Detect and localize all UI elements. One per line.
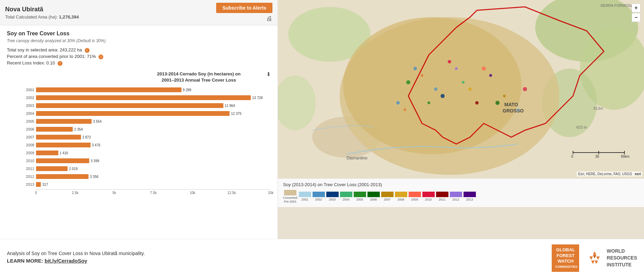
subscribe-button[interactable]: Subscribe to Alerts — [216, 3, 272, 13]
legend-color-swatch — [422, 192, 435, 197]
description-text: Analysis of Soy on Tree Cover Loss in No… — [7, 251, 145, 256]
percent-info-icon[interactable]: i — [98, 55, 103, 59]
bar-year-label: 2007 — [22, 135, 34, 139]
page-title: Nova Ubiratã — [5, 6, 79, 13]
svg-point-17 — [468, 87, 472, 91]
zoom-out-button[interactable]: − — [632, 13, 641, 22]
area-subtitle: Total Calculated Area (ha): 1,276,394 — [5, 14, 79, 20]
legend-item-label: 2013 — [466, 198, 473, 202]
bar-row: 2013 317 — [22, 181, 271, 188]
download-icon[interactable]: ⬇ — [266, 71, 271, 77]
chart-header: 2013-2014 Cerrado Soy (in hectares) on 2… — [7, 71, 271, 83]
bar-value: 317 — [42, 183, 48, 186]
svg-marker-42 — [589, 256, 593, 260]
legend-item: 2013 — [464, 192, 476, 202]
svg-text:GROSSO: GROSSO — [503, 108, 524, 113]
stats-section: Total soy in selected area: 243,222 ha i… — [7, 47, 271, 66]
map-background: MATO GROSSO Diamantino SERRA FORMOSA 623… — [278, 0, 644, 178]
legend-item: 2003 — [326, 192, 339, 202]
legend-item-label: 2003 — [329, 198, 336, 202]
svg-point-22 — [503, 95, 506, 97]
header-right: Subscribe to Alerts 🖨 — [216, 3, 272, 22]
bottom-text: Analysis of Soy on Tree Cover Loss in No… — [7, 251, 145, 265]
zoom-in-button[interactable]: + — [632, 3, 641, 12]
legend-item: 2005 — [354, 192, 366, 202]
legend-item-label: 2008 — [398, 198, 405, 202]
legend-color-swatch — [436, 192, 448, 197]
svg-point-9 — [413, 67, 417, 70]
total-soy-stat: Total soy in selected area: 243,222 ha i — [7, 47, 271, 53]
svg-point-27 — [403, 108, 406, 111]
svg-text:Diamantino: Diamantino — [347, 156, 367, 160]
bar-value: 9 289 — [183, 88, 191, 92]
chart-title: 2013-2014 Cerrado Soy (in hectares) on 2… — [135, 71, 263, 83]
legend-color-swatch — [464, 192, 476, 197]
left-panel: Nova Ubiratã Total Calculated Area (ha):… — [0, 0, 278, 239]
bar-value: 3 554 — [93, 120, 102, 123]
legend-item: 2007 — [381, 192, 394, 202]
bar-row: 2010 3 399 — [22, 158, 271, 164]
top-section: Nova Ubiratã Total Calculated Area (ha):… — [0, 0, 644, 239]
legend-item: 2004 — [340, 192, 352, 202]
bar-chart: 2001 9 289 2002 13 728 2003 11 964 — [7, 87, 271, 206]
main-container: Nova Ubiratã Total Calculated Area (ha):… — [0, 0, 644, 277]
bar-year-label: 2005 — [22, 119, 34, 123]
legend-item: ConvertedPre-2001 — [283, 190, 297, 204]
area-label: Total Calculated Area (ha): — [5, 14, 58, 20]
x-axis-label: 12.5k — [227, 191, 236, 195]
bar-year-label: 2010 — [22, 159, 34, 163]
legend-color-swatch — [381, 192, 394, 197]
svg-marker-41 — [593, 251, 596, 255]
bar-row: 2012 3 356 — [22, 173, 271, 180]
chart-subtitle: Tree canopy density analyzed at 30% (Def… — [7, 38, 271, 43]
svg-text:613m: 613m — [594, 106, 603, 110]
svg-marker-45 — [595, 261, 598, 264]
map-controls: + − — [632, 3, 641, 22]
svg-point-12 — [448, 60, 451, 63]
wri-logo: WORLD RESOURCES INSTITUTE — [586, 248, 637, 268]
bar-row: 2003 11 964 — [22, 103, 271, 109]
legend-color-swatch — [450, 192, 462, 197]
bar-year-label: 2012 — [22, 174, 34, 179]
bar-year-label: 2001 — [22, 88, 34, 92]
svg-point-10 — [421, 74, 423, 77]
bar-year-label: 2011 — [22, 167, 34, 171]
svg-point-18 — [482, 67, 486, 71]
recent-loss-info-icon[interactable]: i — [58, 61, 62, 66]
legend-item-label: 2007 — [384, 198, 391, 202]
legend-item: 2011 — [436, 192, 448, 202]
legend-item-label: 2009 — [411, 198, 418, 202]
svg-text:30: 30 — [595, 155, 599, 158]
legend-item-label: ConvertedPre-2001 — [283, 196, 297, 204]
learn-more-link[interactable]: bit.ly/CerradoSoy — [45, 258, 87, 264]
map-container: MATO GROSSO Diamantino SERRA FORMOSA 623… — [278, 0, 644, 178]
svg-text:623 m: 623 m — [576, 125, 587, 129]
bar-row: 2009 1 416 — [22, 150, 271, 156]
chart-main-title: Soy on Tree Cover Loss — [7, 31, 271, 37]
svg-marker-46 — [593, 255, 596, 258]
legend-item: 2001 — [299, 192, 311, 202]
wri-icon — [586, 250, 603, 267]
total-soy-info-icon[interactable]: i — [85, 48, 90, 53]
bar-value: 2 872 — [82, 135, 91, 139]
bar-value: 13 728 — [252, 96, 263, 100]
legend-item-label: 2010 — [425, 198, 432, 202]
bar-year-label: 2013 — [22, 182, 34, 186]
legend-section: Soy (2013-2014) on Tree Cover Loss (2001… — [278, 178, 644, 207]
legend-item: 2009 — [409, 192, 421, 202]
svg-point-24 — [523, 87, 527, 91]
x-axis-label: 2.5k — [72, 191, 79, 195]
recent-loss-stat: Recent Loss Index: 0.10 i — [7, 60, 271, 66]
print-icon[interactable]: 🖨 — [266, 15, 272, 22]
bar-row: 2011 2 019 — [22, 166, 271, 172]
bar-row: 2006 2 354 — [22, 126, 271, 132]
legend-item: 2008 — [395, 192, 407, 202]
svg-marker-43 — [596, 256, 600, 260]
right-panel: MATO GROSSO Diamantino SERRA FORMOSA 623… — [278, 0, 644, 239]
legend-item: 2002 — [313, 192, 325, 202]
map-attribution: Esri, HERE, DeLorme, FAO, USGS esri — [577, 171, 642, 177]
legend-color-swatch — [326, 192, 339, 197]
bottom-section: Analysis of Soy on Tree Cover Loss in No… — [0, 239, 644, 277]
bar-row: 2001 9 289 — [22, 87, 271, 93]
legend-color-swatch — [284, 190, 296, 195]
